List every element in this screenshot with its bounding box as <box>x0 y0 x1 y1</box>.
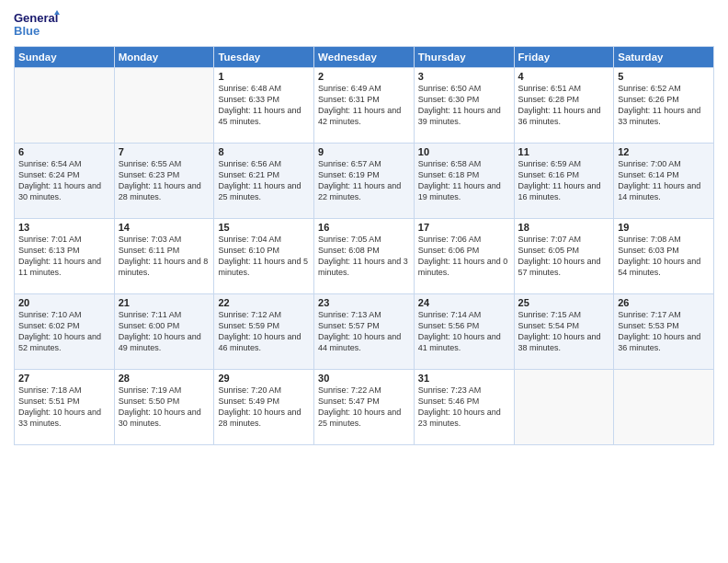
calendar-col-header: Thursday <box>414 47 514 68</box>
calendar-cell <box>15 68 115 144</box>
calendar-week-row: 27Sunrise: 7:18 AM Sunset: 5:51 PM Dayli… <box>15 370 714 445</box>
cell-content: Sunrise: 6:50 AM Sunset: 6:30 PM Dayligh… <box>418 83 510 128</box>
calendar-cell: 30Sunrise: 7:22 AM Sunset: 5:47 PM Dayli… <box>314 370 415 445</box>
calendar-table: SundayMondayTuesdayWednesdayThursdayFrid… <box>14 46 714 445</box>
cell-content: Sunrise: 6:52 AM Sunset: 6:26 PM Dayligh… <box>618 83 710 128</box>
day-number: 6 <box>18 146 110 157</box>
calendar-cell: 16Sunrise: 7:05 AM Sunset: 6:08 PM Dayli… <box>314 219 415 294</box>
calendar-cell <box>514 370 614 445</box>
cell-content: Sunrise: 6:59 AM Sunset: 6:16 PM Dayligh… <box>518 158 610 203</box>
day-number: 28 <box>119 373 210 384</box>
calendar-col-header: Friday <box>514 47 614 68</box>
calendar-cell: 8Sunrise: 6:56 AM Sunset: 6:21 PM Daylig… <box>214 144 314 219</box>
calendar-cell: 6Sunrise: 6:54 AM Sunset: 6:24 PM Daylig… <box>15 144 115 219</box>
logo: General Blue <box>14 9 60 42</box>
calendar-cell: 21Sunrise: 7:11 AM Sunset: 6:00 PM Dayli… <box>114 294 214 370</box>
calendar-cell: 20Sunrise: 7:10 AM Sunset: 6:02 PM Dayli… <box>15 294 115 370</box>
cell-content: Sunrise: 7:11 AM Sunset: 6:00 PM Dayligh… <box>119 309 210 354</box>
day-number: 19 <box>618 222 710 233</box>
cell-content: Sunrise: 6:56 AM Sunset: 6:21 PM Dayligh… <box>218 158 310 203</box>
calendar-cell: 18Sunrise: 7:07 AM Sunset: 6:05 PM Dayli… <box>514 219 614 294</box>
day-number: 16 <box>318 222 410 233</box>
calendar-cell <box>614 370 714 445</box>
calendar-cell: 31Sunrise: 7:23 AM Sunset: 5:46 PM Dayli… <box>414 370 514 445</box>
day-number: 11 <box>518 146 610 157</box>
calendar-cell: 3Sunrise: 6:50 AM Sunset: 6:30 PM Daylig… <box>414 68 514 144</box>
cell-content: Sunrise: 7:22 AM Sunset: 5:47 PM Dayligh… <box>318 385 410 430</box>
logo-svg: General Blue <box>14 9 60 42</box>
day-number: 21 <box>119 297 210 308</box>
day-number: 25 <box>518 297 610 308</box>
cell-content: Sunrise: 7:06 AM Sunset: 6:06 PM Dayligh… <box>418 234 510 279</box>
day-number: 14 <box>119 222 210 233</box>
header-row: General Blue <box>14 9 714 42</box>
day-number: 29 <box>218 373 310 384</box>
calendar-cell: 5Sunrise: 6:52 AM Sunset: 6:26 PM Daylig… <box>614 68 714 144</box>
calendar-col-header: Sunday <box>15 47 115 68</box>
calendar-week-row: 6Sunrise: 6:54 AM Sunset: 6:24 PM Daylig… <box>15 144 714 219</box>
calendar-cell: 11Sunrise: 6:59 AM Sunset: 6:16 PM Dayli… <box>514 144 614 219</box>
cell-content: Sunrise: 7:17 AM Sunset: 5:53 PM Dayligh… <box>618 309 710 354</box>
day-number: 1 <box>218 71 310 82</box>
calendar-cell: 4Sunrise: 6:51 AM Sunset: 6:28 PM Daylig… <box>514 68 614 144</box>
calendar-col-header: Tuesday <box>214 47 314 68</box>
day-number: 5 <box>618 71 710 82</box>
calendar-header-row: SundayMondayTuesdayWednesdayThursdayFrid… <box>15 47 714 68</box>
day-number: 31 <box>418 373 510 384</box>
calendar-cell: 1Sunrise: 6:48 AM Sunset: 6:33 PM Daylig… <box>214 68 314 144</box>
calendar-cell: 7Sunrise: 6:55 AM Sunset: 6:23 PM Daylig… <box>114 144 214 219</box>
day-number: 23 <box>318 297 410 308</box>
calendar-cell: 26Sunrise: 7:17 AM Sunset: 5:53 PM Dayli… <box>614 294 714 370</box>
day-number: 10 <box>418 146 510 157</box>
calendar-cell: 27Sunrise: 7:18 AM Sunset: 5:51 PM Dayli… <box>15 370 115 445</box>
calendar-week-row: 1Sunrise: 6:48 AM Sunset: 6:33 PM Daylig… <box>15 68 714 144</box>
cell-content: Sunrise: 6:51 AM Sunset: 6:28 PM Dayligh… <box>518 83 610 128</box>
day-number: 12 <box>618 146 710 157</box>
calendar-cell: 25Sunrise: 7:15 AM Sunset: 5:54 PM Dayli… <box>514 294 614 370</box>
svg-text:General: General <box>14 11 58 25</box>
calendar-cell: 14Sunrise: 7:03 AM Sunset: 6:11 PM Dayli… <box>114 219 214 294</box>
calendar-cell: 24Sunrise: 7:14 AM Sunset: 5:56 PM Dayli… <box>414 294 514 370</box>
cell-content: Sunrise: 6:49 AM Sunset: 6:31 PM Dayligh… <box>318 83 410 128</box>
cell-content: Sunrise: 6:54 AM Sunset: 6:24 PM Dayligh… <box>18 158 110 203</box>
cell-content: Sunrise: 7:23 AM Sunset: 5:46 PM Dayligh… <box>418 385 510 430</box>
day-number: 18 <box>518 222 610 233</box>
cell-content: Sunrise: 7:19 AM Sunset: 5:50 PM Dayligh… <box>119 385 210 430</box>
calendar-cell: 19Sunrise: 7:08 AM Sunset: 6:03 PM Dayli… <box>614 219 714 294</box>
day-number: 20 <box>18 297 110 308</box>
calendar-cell: 10Sunrise: 6:58 AM Sunset: 6:18 PM Dayli… <box>414 144 514 219</box>
cell-content: Sunrise: 7:12 AM Sunset: 5:59 PM Dayligh… <box>218 309 310 354</box>
day-number: 2 <box>318 71 410 82</box>
calendar-cell: 9Sunrise: 6:57 AM Sunset: 6:19 PM Daylig… <box>314 144 415 219</box>
day-number: 13 <box>18 222 110 233</box>
cell-content: Sunrise: 7:07 AM Sunset: 6:05 PM Dayligh… <box>518 234 610 279</box>
calendar-cell: 15Sunrise: 7:04 AM Sunset: 6:10 PM Dayli… <box>214 219 314 294</box>
cell-content: Sunrise: 7:18 AM Sunset: 5:51 PM Dayligh… <box>18 385 110 430</box>
calendar-cell <box>114 68 214 144</box>
day-number: 17 <box>418 222 510 233</box>
calendar-week-row: 20Sunrise: 7:10 AM Sunset: 6:02 PM Dayli… <box>15 294 714 370</box>
cell-content: Sunrise: 7:14 AM Sunset: 5:56 PM Dayligh… <box>418 309 510 354</box>
day-number: 7 <box>119 146 210 157</box>
calendar-cell: 12Sunrise: 7:00 AM Sunset: 6:14 PM Dayli… <box>614 144 714 219</box>
cell-content: Sunrise: 7:20 AM Sunset: 5:49 PM Dayligh… <box>218 385 310 430</box>
cell-content: Sunrise: 6:58 AM Sunset: 6:18 PM Dayligh… <box>418 158 510 203</box>
cell-content: Sunrise: 6:48 AM Sunset: 6:33 PM Dayligh… <box>218 83 310 128</box>
calendar-col-header: Monday <box>114 47 214 68</box>
cell-content: Sunrise: 7:08 AM Sunset: 6:03 PM Dayligh… <box>618 234 710 279</box>
day-number: 26 <box>618 297 710 308</box>
calendar-cell: 13Sunrise: 7:01 AM Sunset: 6:13 PM Dayli… <box>15 219 115 294</box>
day-number: 9 <box>318 146 410 157</box>
cell-content: Sunrise: 7:10 AM Sunset: 6:02 PM Dayligh… <box>18 309 110 354</box>
cell-content: Sunrise: 6:57 AM Sunset: 6:19 PM Dayligh… <box>318 158 410 203</box>
calendar-week-row: 13Sunrise: 7:01 AM Sunset: 6:13 PM Dayli… <box>15 219 714 294</box>
calendar-cell: 28Sunrise: 7:19 AM Sunset: 5:50 PM Dayli… <box>114 370 214 445</box>
day-number: 27 <box>18 373 110 384</box>
cell-content: Sunrise: 7:01 AM Sunset: 6:13 PM Dayligh… <box>18 234 110 279</box>
day-number: 8 <box>218 146 310 157</box>
cell-content: Sunrise: 7:05 AM Sunset: 6:08 PM Dayligh… <box>318 234 410 279</box>
calendar-container: General Blue SundayMondayTuesdayWednesda… <box>0 0 728 453</box>
svg-text:Blue: Blue <box>14 24 40 38</box>
day-number: 24 <box>418 297 510 308</box>
cell-content: Sunrise: 6:55 AM Sunset: 6:23 PM Dayligh… <box>119 158 210 203</box>
